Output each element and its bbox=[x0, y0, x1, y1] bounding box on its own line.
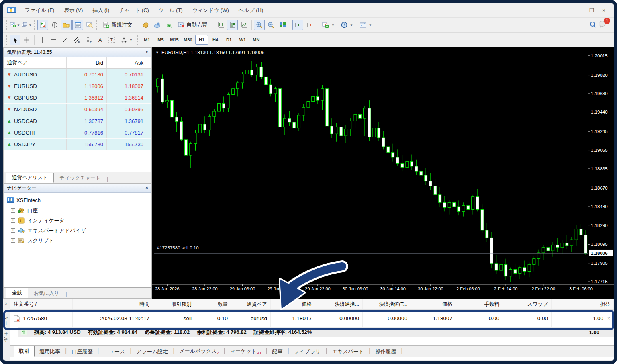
tab-favorites[interactable]: お気に入り bbox=[28, 289, 65, 298]
zoom-in-button[interactable] bbox=[254, 20, 265, 30]
timeframe-h1[interactable]: H1 bbox=[195, 35, 208, 45]
timeframe-m30[interactable]: M30 bbox=[182, 35, 194, 45]
tab-news[interactable]: ニュース bbox=[99, 346, 130, 357]
navigator-title[interactable]: ナビゲーター× bbox=[4, 184, 151, 193]
tab-tick-chart[interactable]: ティックチャート bbox=[54, 174, 106, 183]
crosshair-tool[interactable] bbox=[21, 35, 32, 45]
tab-articles[interactable]: 記事 bbox=[268, 346, 288, 357]
expand-icon[interactable]: + bbox=[11, 238, 15, 243]
column-time[interactable]: 時間 bbox=[73, 299, 153, 309]
symbol-row-usdcad[interactable]: ▲USDCAD1.367871.36791 bbox=[4, 115, 151, 127]
text-label-tool[interactable]: T bbox=[106, 35, 117, 45]
autotrading-button[interactable]: 自動売買 bbox=[175, 20, 210, 30]
symbol-row-eurusd[interactable]: ▼EURUSD1.180061.18007 bbox=[4, 80, 151, 92]
tab-alerts[interactable]: アラーム設定 bbox=[131, 346, 173, 357]
strategy-tester-button[interactable] bbox=[84, 20, 95, 30]
timeframe-m1[interactable]: M1 bbox=[141, 35, 153, 45]
navigator-close-icon[interactable]: × bbox=[145, 185, 148, 191]
expand-icon[interactable]: + bbox=[11, 228, 15, 233]
column-profit[interactable]: 損益 bbox=[552, 299, 614, 309]
tile-windows-button[interactable] bbox=[277, 20, 288, 30]
auto-scroll-button[interactable] bbox=[292, 20, 303, 30]
vertical-line-tool[interactable] bbox=[37, 35, 47, 45]
close-button[interactable]: × bbox=[598, 7, 610, 14]
open-order-row[interactable]: 17257580 2026.02.03 11:42:17 sell 0.10 e… bbox=[10, 310, 614, 327]
menu-chart[interactable]: チャート (C) bbox=[114, 5, 154, 16]
timeframe-w1[interactable]: W1 bbox=[236, 35, 249, 45]
timeframe-m5[interactable]: M5 bbox=[154, 35, 167, 45]
symbol-row-usdchf[interactable]: ▲USDCHF0.778160.77817 bbox=[4, 127, 151, 139]
fibonacci-tool[interactable]: F bbox=[83, 35, 94, 45]
column-stop-loss[interactable]: 決済逆指... bbox=[315, 299, 363, 309]
new-order-button[interactable]: 新規注文 bbox=[100, 20, 135, 30]
cursor-tool[interactable] bbox=[10, 35, 20, 45]
symbol-row-nzdusd[interactable]: ▼NZDUSD0.603940.60395 bbox=[4, 104, 151, 115]
timeframe-mn[interactable]: MN bbox=[250, 35, 263, 45]
toolbar-grip[interactable] bbox=[137, 20, 139, 30]
tree-item-expert-advisors[interactable]: + エキスパートアドバイザ bbox=[5, 225, 150, 235]
market-watch-close-icon[interactable]: × bbox=[145, 49, 148, 55]
terminal-close-icon[interactable]: × bbox=[5, 301, 7, 306]
candlestick-button[interactable] bbox=[227, 20, 238, 30]
text-tool[interactable]: A bbox=[95, 35, 106, 45]
toolbar-grip[interactable] bbox=[137, 35, 139, 45]
chart-shift-button[interactable] bbox=[304, 20, 315, 30]
tree-item-indicators[interactable]: + f インディケータ bbox=[5, 215, 150, 225]
timeframe-d1[interactable]: D1 bbox=[223, 35, 235, 45]
menu-insert[interactable]: 挿入 (I) bbox=[88, 5, 114, 16]
tab-mailbox[interactable]: メールボックス7 bbox=[174, 346, 223, 357]
column-type[interactable]: 取引種別 bbox=[153, 299, 195, 309]
column-price-open[interactable]: 価格 bbox=[271, 299, 315, 309]
toolbar-grip[interactable] bbox=[6, 20, 8, 30]
expand-icon[interactable]: + bbox=[11, 208, 15, 213]
market-watch-title[interactable]: 気配値表示: 11:43:55× bbox=[4, 48, 151, 57]
menu-file[interactable]: ファイル (F) bbox=[20, 5, 59, 16]
zoom-out-button[interactable] bbox=[266, 20, 276, 30]
column-take-profit[interactable]: 決済指値(T... bbox=[363, 299, 411, 309]
menu-help[interactable]: ヘルプ (H) bbox=[234, 5, 268, 16]
expand-icon[interactable]: + bbox=[11, 218, 15, 223]
wallet-icon-button[interactable] bbox=[140, 20, 151, 30]
data-window-button[interactable] bbox=[49, 20, 60, 30]
tab-exposure[interactable]: 運用比率 bbox=[35, 346, 65, 357]
toolbar-grip[interactable] bbox=[6, 35, 8, 45]
tree-item-accounts[interactable]: + 口座 bbox=[5, 205, 150, 215]
tab-journal[interactable]: 操作履歴 bbox=[370, 346, 401, 357]
templates-button[interactable]: ▼ bbox=[357, 20, 375, 30]
tab-trade[interactable]: 取引 bbox=[14, 346, 35, 357]
horizontal-line-tool[interactable] bbox=[48, 35, 59, 45]
search-icon[interactable] bbox=[587, 20, 598, 30]
toolbar-grip[interactable] bbox=[212, 20, 214, 30]
timeframe-m15[interactable]: M15 bbox=[168, 35, 181, 45]
toolbar-grip[interactable] bbox=[34, 20, 36, 30]
tab-code-base[interactable]: ライブラリ bbox=[289, 346, 326, 357]
column-bid[interactable]: Bid bbox=[67, 57, 107, 68]
profiles-button[interactable]: ▼ bbox=[21, 20, 32, 30]
periods-button[interactable]: ▼ bbox=[338, 20, 356, 30]
navigator-toggle[interactable] bbox=[61, 20, 72, 30]
menu-tools[interactable]: ツール (T) bbox=[154, 5, 188, 16]
tree-item-scripts[interactable]: + スクリプト bbox=[5, 235, 150, 245]
tab-market[interactable]: マーケット93 bbox=[225, 346, 266, 357]
chat-button[interactable]: 1 bbox=[599, 20, 607, 29]
symbol-row-audusd[interactable]: ▼AUDUSD0.701300.70131 bbox=[4, 69, 151, 80]
toolbar-grip[interactable] bbox=[96, 20, 98, 30]
indicators-button[interactable]: ▼ bbox=[319, 20, 337, 30]
column-commission[interactable]: 手数料 bbox=[456, 299, 503, 309]
tab-account-history[interactable]: 口座履歴 bbox=[67, 346, 97, 357]
column-order[interactable]: 注文番号 / bbox=[10, 299, 73, 309]
shapes-tool[interactable]: ▼ bbox=[118, 35, 135, 45]
menu-view[interactable]: 表示 (V) bbox=[59, 5, 88, 16]
chart-symbol-line[interactable]: ▼ EURUSD,H1 1.18130 1.18160 1.17991 1.18… bbox=[155, 50, 264, 55]
candlestick-chart[interactable]: 1.200151.198201.196301.194401.192451.190… bbox=[152, 47, 614, 299]
symbol-row-gbpusd[interactable]: ▼GBPUSD1.368121.36814 bbox=[4, 92, 151, 104]
tab-common[interactable]: 全般 bbox=[6, 288, 28, 298]
column-ask[interactable]: Ask bbox=[107, 57, 147, 68]
column-symbol[interactable]: 通貨ペア bbox=[4, 57, 67, 68]
restore-button[interactable]: ❐ bbox=[586, 7, 598, 14]
chevron-down-icon[interactable]: ▼ bbox=[155, 51, 159, 55]
bar-chart-button[interactable] bbox=[215, 20, 226, 30]
publisher-icon-button[interactable] bbox=[152, 20, 163, 30]
signals-icon-button[interactable] bbox=[163, 20, 174, 30]
tab-experts[interactable]: エキスパート bbox=[327, 346, 369, 357]
